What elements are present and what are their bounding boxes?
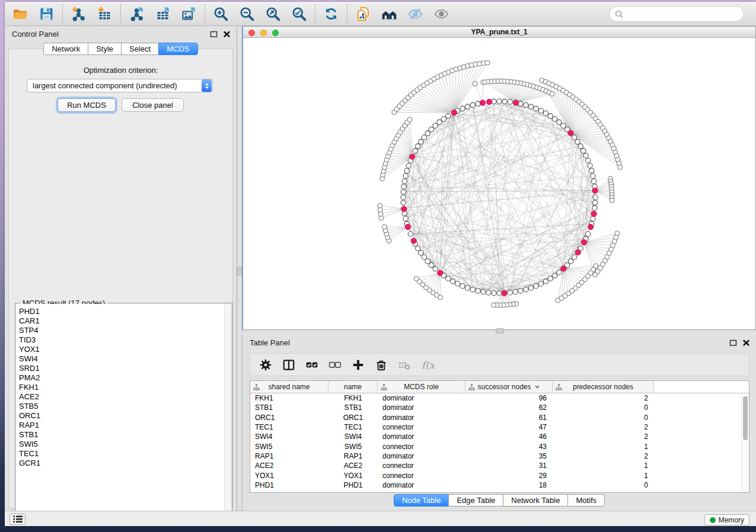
result-node[interactable]: FKH1 — [19, 383, 223, 392]
table-body: FKH1FKH1dominator962STB1STB1dominator620… — [250, 393, 749, 490]
close-panel-icon[interactable] — [223, 30, 231, 38]
result-node[interactable]: GCR1 — [19, 459, 223, 468]
table-row[interactable]: PHD1PHD1dominator180 — [250, 480, 749, 490]
splitter-grip[interactable] — [237, 267, 242, 275]
criterion-select[interactable]: largest connected component (undirected) — [27, 79, 213, 92]
table-row[interactable]: FKH1FKH1dominator962 — [250, 393, 749, 403]
result-node[interactable]: PMA2 — [19, 373, 223, 383]
select-stepper-icon — [202, 79, 212, 92]
cell: STB1 — [328, 403, 378, 412]
hide-selected-button[interactable] — [407, 6, 423, 22]
column-header-shared-name[interactable]: shared name — [250, 381, 328, 393]
deselect-all-columns-button[interactable] — [328, 358, 342, 371]
network-titlebar[interactable]: YPA_prune.txt_1 — [243, 27, 755, 38]
tab-network[interactable]: Network — [43, 43, 88, 55]
select-all-columns-icon — [305, 358, 318, 371]
cell: 2 — [553, 394, 654, 402]
column-header-successor-nodes[interactable]: successor nodes — [465, 381, 553, 393]
cell: 46 — [465, 432, 553, 441]
table-row[interactable]: SWI5SWI5connector431 — [250, 441, 749, 451]
result-node[interactable]: STB5 — [19, 402, 223, 411]
create-column-button[interactable] — [352, 358, 365, 371]
network-graph[interactable] — [243, 39, 756, 330]
result-list-scrollbar[interactable] — [224, 304, 231, 519]
float-panel-icon[interactable] — [210, 30, 218, 38]
column-header-predecessor-nodes[interactable]: predecessor nodes — [553, 381, 654, 393]
zoom-in-button[interactable] — [213, 6, 229, 22]
result-node[interactable]: SWI5 — [19, 440, 223, 449]
result-node[interactable]: ORC1 — [19, 411, 223, 421]
network-canvas[interactable] — [243, 39, 755, 329]
create-column-icon — [352, 358, 365, 371]
show-all-button[interactable] — [433, 6, 449, 22]
result-node[interactable]: TEC1 — [19, 449, 223, 459]
run-mcds-button[interactable]: Run MCDS — [58, 98, 116, 112]
result-node[interactable]: STB1 — [19, 430, 223, 440]
zoom-selected-button[interactable] — [291, 6, 307, 22]
close-panel-icon[interactable] — [742, 339, 750, 347]
result-node[interactable]: PHD1 — [19, 307, 223, 316]
export-network-icon — [129, 6, 145, 22]
column-header-MCDS-role[interactable]: MCDS role — [378, 381, 465, 393]
column-header-name[interactable]: name — [328, 381, 378, 393]
result-node[interactable]: ACE2 — [19, 392, 223, 402]
result-node[interactable]: SRD1 — [19, 364, 223, 373]
tab-mcds[interactable]: MCDS — [158, 43, 197, 55]
zoom-out-button[interactable] — [239, 6, 255, 22]
export-image-button[interactable] — [181, 6, 197, 22]
refresh-view-button[interactable] — [323, 6, 339, 22]
memory-button[interactable]: Memory — [704, 514, 749, 525]
cell: connector — [378, 462, 465, 470]
memory-label: Memory — [719, 516, 744, 524]
table-row[interactable]: TEC1TEC1connector472 — [250, 422, 749, 432]
export-table-button[interactable] — [155, 6, 171, 22]
tab-edge-table[interactable]: Edge Table — [448, 494, 503, 507]
node-table[interactable]: shared namenameMCDS rolesuccessor nodesp… — [250, 380, 749, 493]
table-row[interactable]: RAP1RAP1dominator352 — [250, 451, 749, 461]
export-network-button[interactable] — [129, 6, 145, 22]
mcds-result-list[interactable]: PHD1CAR1STP4TID3YOX1SWI4SRD1PMA2FKH1ACE2… — [16, 304, 231, 519]
result-node[interactable]: SWI4 — [19, 354, 223, 364]
first-neighbors-button[interactable] — [381, 6, 397, 22]
open-file-button[interactable] — [12, 6, 28, 22]
cell: RAP1 — [250, 452, 328, 460]
result-node[interactable]: YOX1 — [19, 345, 223, 354]
table-row[interactable]: STB1STB1dominator620 — [250, 403, 749, 412]
search-box[interactable] — [609, 6, 744, 22]
scrollbar-thumb[interactable] — [743, 396, 748, 440]
close-panel-button[interactable]: Close panel — [122, 98, 184, 112]
zoom-fit-icon — [265, 6, 281, 22]
result-node[interactable]: STP4 — [19, 326, 223, 335]
zoom-fit-button[interactable] — [265, 6, 281, 22]
show-all-icon — [433, 6, 449, 22]
tab-network-table[interactable]: Network Table — [503, 494, 568, 507]
tab-style[interactable]: Style — [88, 43, 122, 55]
result-node[interactable]: TID3 — [19, 335, 223, 345]
result-node[interactable]: RAP1 — [19, 421, 223, 430]
select-all-columns-button[interactable] — [305, 358, 318, 371]
cell: TEC1 — [328, 423, 378, 431]
splitter-grip[interactable] — [496, 328, 504, 334]
result-node[interactable]: CAR1 — [19, 316, 223, 326]
table-mode-gear-button[interactable] — [259, 358, 272, 371]
search-input[interactable] — [627, 9, 738, 18]
tab-motifs[interactable]: Motifs — [567, 494, 605, 507]
table-row[interactable]: ORC1ORC1dominator610 — [250, 413, 749, 422]
float-panel-icon[interactable] — [729, 339, 737, 347]
duplicate-network-button[interactable] — [355, 6, 371, 22]
task-history-button[interactable] — [9, 514, 25, 525]
tab-node-table[interactable]: Node Table — [394, 494, 449, 507]
cell: 62 — [465, 403, 553, 412]
delete-columns-button[interactable] — [375, 358, 388, 371]
vertical-splitter[interactable] — [237, 26, 242, 511]
import-table-button[interactable] — [97, 6, 113, 22]
table-row[interactable]: YOX1YOX1connector291 — [250, 470, 749, 480]
tab-select[interactable]: Select — [121, 43, 159, 55]
save-session-button[interactable] — [39, 6, 55, 22]
horizontal-splitter[interactable] — [242, 330, 756, 333]
show-columns-button[interactable] — [282, 358, 295, 371]
table-row[interactable]: SWI4SWI4dominator462 — [250, 432, 749, 441]
table-scrollbar[interactable] — [741, 394, 748, 492]
table-row[interactable]: ACE2ACE2connector311 — [250, 461, 749, 470]
import-network-button[interactable] — [71, 6, 87, 22]
